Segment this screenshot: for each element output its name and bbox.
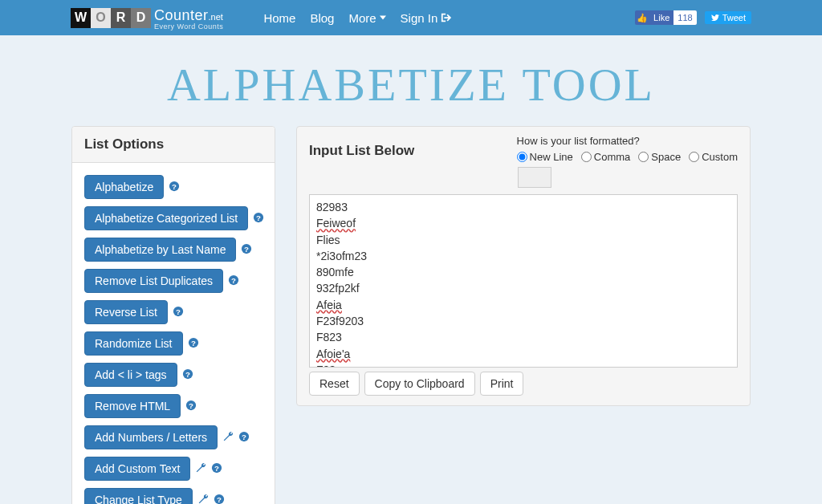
nav-signin[interactable]: Sign In [401,11,453,25]
logo[interactable]: W O R D Counter.net Every Word Counts [71,6,223,30]
reset-button[interactable]: Reset [309,372,360,396]
input-panel: Input List Below How is your list format… [296,126,751,406]
option-button[interactable]: Remove List Duplicates [84,269,223,293]
facebook-like-button[interactable]: 👍 Like 118 [635,10,697,25]
option-row: Alphabetize Categorized List? [84,206,264,230]
caret-down-icon [380,14,386,21]
help-icon[interactable]: ? [253,212,264,226]
radio-space[interactable] [638,152,649,162]
tweet-button[interactable]: Tweet [705,11,751,24]
brand-tagline: Every Word Counts [154,23,223,30]
option-button[interactable]: Add < li > tags [84,363,177,387]
help-icon[interactable]: ? [185,400,197,413]
svg-text:?: ? [256,213,261,222]
signin-icon [441,12,452,23]
help-icon[interactable]: ? [228,274,239,288]
svg-text:?: ? [191,338,196,347]
option-row: Add < li > tags? [84,363,193,387]
option-row: Remove List Duplicates? [84,269,239,293]
brand-suffix: .net [209,12,223,22]
option-button[interactable]: Add Numbers / Letters [84,425,218,449]
help-icon[interactable]: ? [169,181,180,194]
svg-text:?: ? [231,275,236,284]
option-button[interactable]: Add Custom Text [84,457,190,481]
top-navbar: W O R D Counter.net Every Word Counts Ho… [0,0,822,35]
option-button[interactable]: Alphabetize [84,175,164,199]
help-icon[interactable]: ? [241,243,252,257]
option-button[interactable]: Remove HTML [84,394,181,418]
radio-newline[interactable] [517,152,527,162]
option-row: Alphabetize by Last Name? [84,238,252,262]
format-option-space[interactable]: Space [638,151,681,163]
fb-like-label: Like [649,13,673,22]
radio-custom[interactable] [689,152,699,162]
svg-text:?: ? [185,369,190,378]
option-row: Alphabetize? [84,175,180,199]
option-row: Add Custom Text? [84,457,222,481]
brand-counter: Counter [154,7,209,23]
logo-letter-d: D [131,8,151,28]
option-row: Add Numbers / Letters? [84,425,250,449]
option-button[interactable]: Change List Type [84,488,193,504]
option-row: Change List Type? [84,488,225,504]
thumbs-up-icon: 👍 [635,10,649,25]
list-input-textarea[interactable]: 82983FeiweofFlies*2i3ofm23890mfe932fp2kf… [309,194,738,368]
option-row: Randomize List? [84,331,199,356]
help-icon[interactable]: ? [188,337,199,351]
nav-more-label: More [348,11,376,25]
svg-text:?: ? [189,400,193,409]
format-question: How is your list formatted? [517,135,738,147]
help-icon[interactable]: ? [173,306,184,319]
option-button[interactable]: Randomize List [84,331,183,356]
nav-signin-label: Sign In [401,11,438,25]
logo-letter-r: R [111,8,131,28]
option-row: Reverse List? [84,300,184,324]
wrench-icon[interactable] [197,494,209,505]
svg-text:?: ? [214,463,219,472]
radio-comma[interactable] [581,152,592,162]
option-button[interactable]: Alphabetize by Last Name [84,238,236,262]
svg-text:?: ? [217,494,222,503]
logo-letter-w: W [71,8,91,28]
option-button[interactable]: Reverse List [84,300,168,324]
help-icon[interactable]: ? [214,494,225,505]
list-options-panel: List Options Alphabetize?Alphabetize Cat… [71,126,275,504]
format-option-comma[interactable]: Comma [581,151,631,163]
format-option-newline[interactable]: New Line [517,151,573,163]
svg-text:?: ? [176,307,181,315]
twitter-icon [710,14,720,22]
nav-more[interactable]: More [348,11,385,25]
nav-blog[interactable]: Blog [310,11,334,25]
copy-button[interactable]: Copy to Clipboard [364,372,475,396]
help-icon[interactable]: ? [182,368,193,382]
help-icon[interactable]: ? [211,462,222,476]
option-row: Remove HTML? [84,394,197,418]
svg-text:?: ? [172,181,177,190]
svg-text:?: ? [242,432,246,441]
nav-home[interactable]: Home [263,11,295,25]
wrench-icon[interactable] [195,462,206,476]
input-heading: Input List Below [309,143,414,159]
option-button[interactable]: Alphabetize Categorized List [84,206,248,230]
tweet-label: Tweet [722,13,746,22]
format-option-custom[interactable]: Custom [689,151,738,163]
print-button[interactable]: Print [480,372,524,396]
logo-letter-o: O [91,8,111,28]
help-icon[interactable]: ? [238,431,250,445]
custom-separator-input [518,167,551,188]
page-title: ALPHABETIZE TOOL [0,58,822,112]
fb-like-count: 118 [673,10,696,25]
list-options-heading: List Options [72,127,275,163]
wrench-icon[interactable] [222,431,234,445]
svg-text:?: ? [245,244,250,253]
